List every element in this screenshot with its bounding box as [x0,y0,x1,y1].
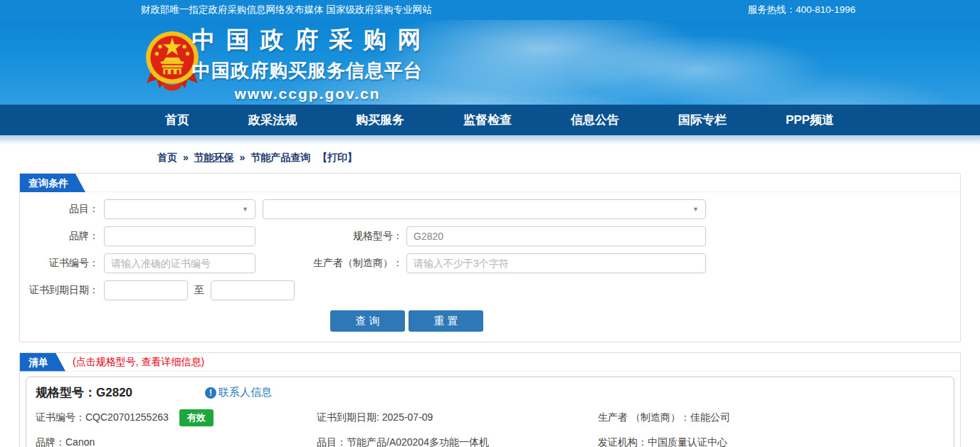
status-badge: 有效 [179,409,214,426]
nav-item-supervision[interactable]: 监督检查 [463,112,512,128]
result-issuer: 发证机构：中国质量认证中心 [598,436,954,447]
category-select-secondary[interactable]: ▼ [263,199,706,219]
result-manufacturer: 生产者 （制造商）：佳能公司 [598,411,954,424]
site-name: 中 国 政 府 采 购 网 [189,24,426,56]
result-card-header: 规格型号：G2820 ! 联系人信息 [26,384,954,401]
dropdown-arrow-icon: ▼ [242,206,248,213]
breadcrumb: 首页 » 节能环保 » 节能产品查询 【打印】 [157,152,980,164]
result-expiry-date: 证书到期日期: 2025-07-09 [317,411,598,424]
breadcrumb-separator: » [239,152,245,163]
nav-item-ppp-channel[interactable]: PPP频道 [786,112,834,128]
site-subtitle: 中国政府购买服务信息平台 [189,58,426,83]
expiry-start-date-input[interactable] [104,280,188,300]
brand-input[interactable] [104,226,255,246]
contact-info-link[interactable]: ! 联系人信息 [205,386,272,399]
brand-label: 品牌： [20,230,99,243]
nav-fade-strip [0,135,980,144]
model-label: 规格型号： [255,230,403,243]
site-header: 中 国 政 府 采 购 网 中国政府购买服务信息平台 www.ccgp.gov.… [0,20,980,105]
result-details-grid: 证书编号：CQC20701255263 有效 证书到期日期: 2025-07-0… [26,409,954,447]
reset-button[interactable]: 重 置 [409,310,483,332]
category-select-primary[interactable]: ▼ [104,199,255,219]
list-hint-text: (点击规格型号, 查看详细信息) [73,356,204,369]
form-row-expiry: 证书到期日期： 至 [20,280,960,300]
list-tab: 清单 [20,353,65,372]
result-category: 品目：节能产品/A020204多功能一体机 [317,436,598,447]
nav-item-purchase-services[interactable]: 购买服务 [356,112,404,128]
date-range-to-label: 至 [194,284,204,297]
query-conditions-panel: 查询条件 品目： ▼ ▼ 品牌： 规格型号： 证书编号： 生产者（制造商）： 证… [19,173,961,342]
nav-item-regulations[interactable]: 政采法规 [248,112,297,128]
site-url: www.ccgp.gov.cn [189,85,426,102]
cert-number-label: 证书编号： [20,257,99,270]
result-model-link[interactable]: 规格型号：G2820 [36,384,132,401]
search-button[interactable]: 查 询 [330,310,405,332]
nav-item-home[interactable]: 首页 [165,112,189,128]
model-input[interactable] [406,226,706,246]
nav-item-announcements[interactable]: 信息公告 [571,112,619,128]
form-row-category: 品目： ▼ ▼ [20,199,960,219]
print-link[interactable]: 【打印】 [317,152,357,163]
query-conditions-tab: 查询条件 [20,174,85,192]
main-nav: 首页 政采法规 购买服务 监督检查 信息公告 国际专栏 PPP频道 [0,105,980,135]
site-title-block: 中 国 政 府 采 购 网 中国政府购买服务信息平台 www.ccgp.gov.… [189,24,426,102]
result-cert-cell: 证书编号：CQC20701255263 有效 [36,409,317,426]
form-row-brand-model: 品牌： 规格型号： [20,226,960,246]
top-bar: 财政部唯一指定政府采购信息网络发布媒体 国家级政府采购专业网站 服务热线：400… [0,0,980,20]
service-hotline: 服务热线：400-810-1996 [747,4,855,16]
breadcrumb-current: 节能产品查询 [251,152,310,163]
manufacturer-label: 生产者（制造商）： [255,257,403,270]
breadcrumb-section-link[interactable]: 节能环保 [194,152,234,163]
list-panel-tab-row: 清单 (点击规格型号, 查看详细信息) [20,353,960,372]
results-list-panel: 清单 (点击规格型号, 查看详细信息) 规格型号：G2820 ! 联系人信息 证… [19,352,961,447]
site-slogan: 财政部唯一指定政府采购信息网络发布媒体 国家级政府采购专业网站 [141,4,432,16]
info-icon: ! [205,387,216,399]
contact-info-label: 联系人信息 [218,386,272,399]
cert-number-input[interactable] [104,253,255,273]
category-label: 品目： [20,203,99,216]
form-buttons-row: 查 询 重 置 [330,310,960,332]
form-row-cert-manufacturer: 证书编号： 生产者（制造商）： [20,253,960,273]
expiry-end-date-input[interactable] [211,280,295,300]
cert-expiry-label: 证书到期日期： [20,284,99,297]
dropdown-arrow-icon: ▼ [692,206,699,213]
manufacturer-input[interactable] [406,253,706,273]
result-cert-number: 证书编号：CQC20701255263 [36,411,169,424]
breadcrumb-separator: » [183,152,189,163]
nav-item-international[interactable]: 国际专栏 [678,112,727,128]
query-panel-tab-row: 查询条件 [20,174,960,192]
query-form: 品目： ▼ ▼ 品牌： 规格型号： 证书编号： 生产者（制造商）： 证书到期日期… [20,192,960,342]
result-card: 规格型号：G2820 ! 联系人信息 证书编号：CQC20701255263 有… [26,377,954,447]
result-brand: 品牌：Canon [36,436,317,447]
breadcrumb-home-link[interactable]: 首页 [157,152,177,163]
